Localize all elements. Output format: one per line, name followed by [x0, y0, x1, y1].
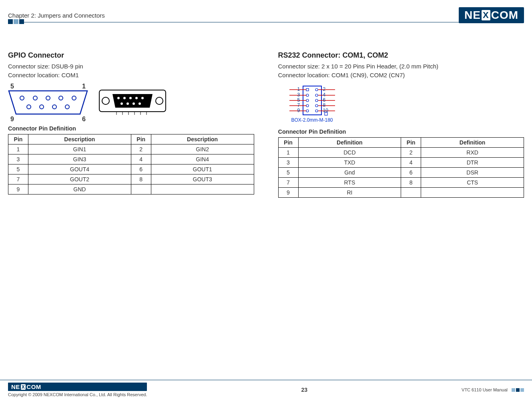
- table-cell: [131, 184, 151, 194]
- header-squares-icon: [8, 19, 24, 24]
- table-cell: GIN1: [28, 144, 131, 154]
- svg-point-19: [132, 102, 135, 105]
- table-row: 3GIN34GIN4: [8, 154, 254, 164]
- rs232-table: Pin Definition Pin Definition 1DCD2RXD3T…: [278, 137, 524, 198]
- svg-point-0: [20, 96, 24, 100]
- footer-logo: NE X COM: [8, 383, 147, 391]
- th: Description: [151, 134, 254, 144]
- svg-point-14: [129, 97, 132, 99]
- table-cell: 5: [278, 167, 298, 177]
- table-row: 7RTS8CTS: [278, 177, 524, 187]
- brand-x-icon: X: [21, 384, 26, 390]
- svg-point-30: [306, 94, 309, 96]
- box-header-diagram-icon: 1 3 5 7 9 2 4 6 8 10: [278, 85, 346, 116]
- doc-title: VTC 6110 User Manual: [462, 387, 508, 392]
- table-cell: 7: [8, 174, 28, 184]
- rs232-section: RS232 Connector: COM1, COM2 Connector si…: [278, 51, 524, 198]
- svg-point-17: [120, 102, 123, 105]
- pin-label-6: 6: [82, 116, 86, 123]
- table-row: 7GOUT28GOUT3: [8, 174, 254, 184]
- pin-lbl: 1: [297, 86, 300, 92]
- table-cell: 6: [131, 164, 151, 174]
- table-cell: GIN2: [151, 144, 254, 154]
- table-cell: RXD: [421, 147, 524, 157]
- svg-point-10: [102, 97, 109, 104]
- table-cell: 6: [401, 167, 421, 177]
- table-cell: CTS: [421, 177, 524, 187]
- dsub9-schematic-icon: 5 1 9 6: [8, 85, 88, 120]
- svg-point-11: [156, 97, 163, 104]
- svg-rect-28: [306, 88, 309, 91]
- table-row: 1DCD2RXD: [278, 147, 524, 157]
- table-row: 5GOUT46GOUT1: [8, 164, 254, 174]
- gpio-location: Connector location: COM1: [8, 72, 79, 78]
- table-cell: 2: [131, 144, 151, 154]
- svg-point-37: [315, 110, 318, 112]
- gpio-pin-def-title: Connector Pin Definition: [8, 125, 254, 132]
- table-cell: 1: [8, 144, 28, 154]
- table-cell: 5: [8, 164, 28, 174]
- svg-point-1: [33, 96, 37, 100]
- pin-label-9: 9: [10, 116, 14, 123]
- table-cell: 2: [401, 147, 421, 157]
- svg-point-3: [59, 96, 63, 100]
- svg-point-13: [123, 97, 126, 99]
- th: Pin: [278, 137, 298, 147]
- pin-lbl: 5: [297, 97, 300, 103]
- content-area: GPIO Connector Connector size: DSUB-9 pi…: [8, 51, 524, 198]
- rs232-subtitle: Connector size: 2 x 10 = 20 Pins Pin Hea…: [278, 62, 524, 80]
- table-cell: GOUT4: [28, 164, 131, 174]
- table-cell: [421, 187, 524, 197]
- table-cell: 4: [401, 157, 421, 167]
- table-cell: 7: [278, 177, 298, 187]
- table-cell: [151, 184, 254, 194]
- pin-lbl: 7: [297, 102, 300, 108]
- chapter-title: Chapter 2: Jumpers and Connectors: [8, 12, 105, 19]
- svg-point-31: [315, 94, 318, 96]
- svg-point-36: [306, 110, 309, 112]
- page-number: 23: [301, 387, 307, 393]
- pin-label-1: 1: [82, 83, 86, 90]
- box-header-caption: BOX-2.0mm-M-180: [278, 117, 346, 123]
- svg-point-16: [141, 97, 144, 99]
- rs232-size: Connector size: 2 x 10 = 20 Pins Pin Hea…: [278, 63, 439, 70]
- footer-squares-icon: [512, 388, 524, 392]
- svg-point-4: [72, 96, 76, 100]
- table-row: 3TXD4DTR: [278, 157, 524, 167]
- brand-right: COM: [491, 9, 518, 22]
- pin-lbl: 9: [297, 108, 300, 113]
- svg-point-32: [306, 99, 309, 102]
- table-row: 1GIN12GIN2: [8, 144, 254, 154]
- pin-lbl: 4: [323, 92, 326, 98]
- rs232-title: RS232 Connector: COM1, COM2: [278, 51, 524, 60]
- svg-point-2: [46, 96, 50, 100]
- gpio-table: Pin Description Pin Description 1GIN12GI…: [8, 134, 254, 194]
- svg-point-18: [126, 102, 129, 105]
- dsub9-connector-icon: [98, 87, 167, 118]
- th: Pin: [131, 134, 151, 144]
- th: Pin: [401, 137, 421, 147]
- rs232-pin-def-title: Connector Pin Definition: [278, 128, 524, 135]
- table-cell: DSR: [421, 167, 524, 177]
- table-cell: 1: [278, 147, 298, 157]
- pin-lbl: 10: [323, 108, 328, 113]
- page-footer: NE X COM Copyright © 2009 NEXCOM Interna…: [0, 380, 532, 401]
- svg-point-5: [27, 105, 31, 109]
- svg-point-29: [315, 88, 318, 91]
- table-cell: DTR: [421, 157, 524, 167]
- brand-left: NE: [464, 9, 481, 22]
- svg-point-34: [306, 104, 309, 107]
- gpio-section: GPIO Connector Connector size: DSUB-9 pi…: [8, 51, 254, 198]
- gpio-diagrams: 5 1 9 6: [8, 85, 254, 120]
- th: Description: [28, 134, 131, 144]
- table-cell: GOUT1: [151, 164, 254, 174]
- pin-lbl: 2: [323, 86, 326, 92]
- pin-lbl: 3: [297, 92, 300, 98]
- table-cell: RI: [298, 187, 401, 197]
- svg-point-33: [315, 99, 318, 102]
- svg-point-35: [315, 104, 318, 107]
- table-cell: 9: [8, 184, 28, 194]
- table-row: 5Gnd6DSR: [278, 167, 524, 177]
- svg-point-12: [117, 97, 120, 99]
- table-cell: GIN3: [28, 154, 131, 164]
